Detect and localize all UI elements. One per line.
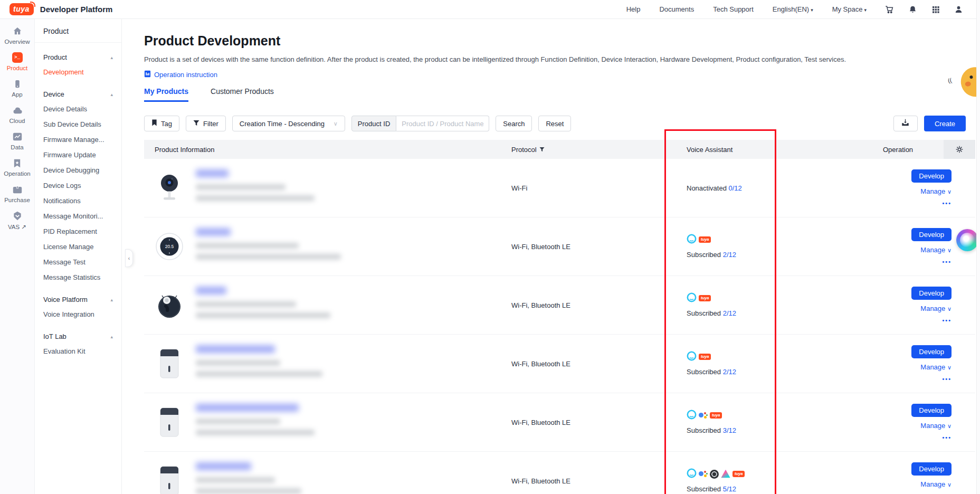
sidenav-item-message-test[interactable]: Message Test [35, 254, 121, 270]
develop-button[interactable]: Develop [911, 228, 952, 241]
operation-cell: Develop Manage ∨ ••• [775, 169, 975, 206]
search-input[interactable] [396, 116, 489, 131]
operation-instruction-link[interactable]: Operation instruction [144, 70, 217, 79]
hexagon-check-icon [12, 210, 23, 222]
manage-link[interactable]: Manage ∨ [920, 422, 952, 430]
sort-select[interactable]: Creation Time - Descending∨ [232, 116, 345, 131]
manage-link[interactable]: Manage ∨ [920, 187, 952, 195]
notification-bell-icon[interactable] [908, 5, 917, 14]
my-space-menu[interactable]: My Space▾ [832, 5, 867, 13]
product-name-link-blurred[interactable] [196, 169, 229, 177]
sidenav-section-device[interactable]: Device▴ [35, 87, 121, 101]
product-category-blurred [196, 477, 275, 483]
product-name-link-blurred[interactable] [196, 462, 251, 470]
export-button[interactable] [893, 116, 918, 131]
develop-button[interactable]: Develop [911, 462, 952, 476]
nav-tech-support[interactable]: Tech Support [713, 5, 754, 13]
google-assistant-icon [699, 470, 708, 479]
assistant-sphere-button[interactable] [956, 229, 978, 251]
develop-button[interactable]: Develop [911, 404, 952, 417]
sidenav-item-message-monitoring[interactable]: Message Monitori... [35, 208, 121, 224]
develop-button[interactable]: Develop [911, 287, 952, 300]
tab-customer-products[interactable]: Customer Products [211, 87, 274, 102]
column-voice-assistant: Voice Assistant [663, 146, 775, 154]
cart-icon[interactable] [884, 5, 894, 14]
sidenav-item-sub-device-details[interactable]: Sub Device Details [35, 117, 121, 132]
tab-my-products[interactable]: My Products [144, 87, 188, 102]
product-name-link-blurred[interactable] [196, 287, 226, 294]
topnav: Help Documents Tech Support English(EN)▾… [626, 5, 867, 13]
sidenav-item-firmware-update[interactable]: Firmware Update [35, 147, 121, 163]
sidenav-section-product[interactable]: Product▴ [35, 50, 121, 64]
table-header: Product Information Protocol Voice Assis… [144, 140, 975, 159]
voice-count-link[interactable]: 2/12 [723, 309, 736, 317]
sidenav-item-voice-integration[interactable]: Voice Integration [35, 307, 121, 322]
product-name-link-blurred[interactable] [196, 345, 275, 353]
sidenav-item-notifications[interactable]: Notifications [35, 193, 121, 208]
develop-button[interactable]: Develop [911, 345, 952, 358]
apps-grid-icon[interactable] [931, 5, 940, 14]
filter-button[interactable]: Filter [186, 116, 226, 131]
scrollbar[interactable] [976, 0, 980, 494]
manage-link[interactable]: Manage ∨ [920, 246, 952, 254]
sidenav-item-message-statistics[interactable]: Message Statistics [35, 270, 121, 285]
product-image [156, 466, 183, 494]
search-field-selector[interactable]: Product ID [351, 116, 396, 131]
product-info-cell [144, 404, 508, 441]
column-operation: Operation [775, 140, 975, 159]
manage-link[interactable]: Manage ∨ [920, 305, 952, 312]
sidenav-section-iot-lab[interactable]: IoT Lab▴ [35, 329, 121, 344]
sidenav-item-evaluation-kit[interactable]: Evaluation Kit [35, 344, 121, 359]
voice-count-link[interactable]: 3/12 [723, 426, 736, 434]
table-settings-gear-icon[interactable] [944, 140, 975, 159]
search-button[interactable]: Search [496, 116, 532, 131]
voice-count-link[interactable]: 0/12 [729, 184, 742, 192]
more-actions-button[interactable]: ••• [942, 200, 952, 206]
rail-item-vas[interactable]: VAS ↗ [0, 210, 34, 231]
more-actions-button[interactable]: ••• [942, 434, 952, 441]
manage-link[interactable]: Manage ∨ [920, 363, 952, 371]
sidenav-item-device-debugging[interactable]: Device Debugging [35, 163, 121, 178]
rail-item-data[interactable]: Data [0, 131, 34, 150]
nav-documents[interactable]: Documents [659, 5, 694, 13]
user-avatar-icon[interactable] [954, 5, 963, 14]
sidebar-collapse-button[interactable]: ‹ [125, 249, 133, 267]
rail-item-operation[interactable]: Operation [0, 157, 34, 177]
reset-button[interactable]: Reset [538, 116, 571, 131]
product-info-cell [144, 345, 508, 382]
rail-item-overview[interactable]: Overview [0, 25, 34, 45]
sidenav-section-voice-platform[interactable]: Voice Platform▴ [35, 292, 121, 307]
triangle-assistant-icon [721, 470, 730, 479]
chevron-down-icon: ▾ [864, 7, 867, 13]
sidenav-item-development[interactable]: Development [35, 64, 121, 80]
product-image: 20.5 [156, 233, 183, 260]
sidenav-item-firmware-manage[interactable]: Firmware Manage... [35, 132, 121, 147]
sidenav-item-license-manage[interactable]: License Manage [35, 239, 121, 254]
tag-button[interactable]: Tag [144, 116, 179, 131]
more-actions-button[interactable]: ••• [942, 376, 952, 382]
voice-count-link[interactable]: 2/12 [723, 368, 736, 376]
alexa-assistant-icon [687, 410, 697, 422]
more-actions-button[interactable]: ••• [942, 259, 952, 265]
table-row: Wi-Fi, Bluetooth LE tuya Subscribed 5/12… [144, 452, 975, 494]
more-actions-button[interactable]: ••• [942, 317, 952, 324]
manage-link[interactable]: Manage ∨ [920, 480, 952, 488]
sidenav-item-device-details[interactable]: Device Details [35, 101, 121, 117]
nav-help[interactable]: Help [626, 5, 641, 13]
product-name-link-blurred[interactable] [196, 404, 299, 412]
create-button[interactable]: Create [924, 116, 966, 131]
rail-item-cloud[interactable]: Cloud [0, 104, 34, 124]
sidenav-title: Product [35, 19, 121, 43]
product-name-link-blurred[interactable] [196, 228, 231, 236]
develop-button[interactable]: Develop [911, 169, 952, 183]
voice-count-link[interactable]: 2/12 [723, 251, 736, 259]
sidenav-item-device-logs[interactable]: Device Logs [35, 178, 121, 193]
filter-funnel-icon[interactable] [539, 146, 545, 154]
rail-item-purchase[interactable]: Purchase [0, 184, 34, 203]
language-selector[interactable]: English(EN)▾ [773, 5, 813, 13]
voice-count-link[interactable]: 5/12 [723, 485, 736, 493]
tuya-logo[interactable]: tuya [9, 3, 34, 15]
sidenav-item-pid-replacement[interactable]: PID Replacement [35, 224, 121, 239]
rail-item-app[interactable]: App [0, 78, 34, 98]
rail-item-product[interactable]: >_ Product [0, 52, 34, 71]
